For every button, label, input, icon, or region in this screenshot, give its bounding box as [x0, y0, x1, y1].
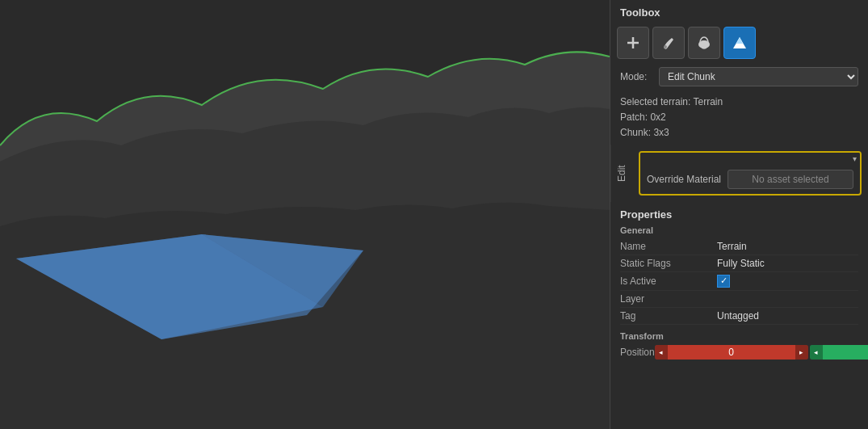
edit-tab-label: Edit [616, 165, 627, 182]
patch-value: 0x2 [650, 111, 665, 123]
is-active-checkbox[interactable]: ✓ [717, 275, 730, 288]
chunk-value: 3x3 [653, 127, 669, 138]
transform-position-inputs: ◂ ▸ ◂ ▸ [655, 345, 868, 360]
mode-label: Mode: [620, 71, 652, 82]
transform-y-icon: ◂ [810, 345, 823, 360]
prop-value-tag: Untagged [717, 310, 858, 322]
override-material-panel: ▾ Override Material No asset selected [639, 151, 862, 196]
transform-x-right-icon: ▸ [795, 345, 808, 360]
override-material-label: Override Material [647, 174, 721, 185]
selected-terrain-row: Selected terrain: Terrain [620, 95, 858, 110]
transform-section: Transform Position ◂ ▸ ◂ ▸ [610, 328, 868, 365]
add-tool-button[interactable] [617, 27, 649, 59]
svg-marker-15 [736, 37, 743, 44]
right-panel: Toolbox [610, 0, 868, 429]
transform-y-input[interactable] [823, 345, 868, 360]
chunk-label: Chunk: [620, 127, 651, 138]
override-material-content: Override Material No asset selected [640, 165, 860, 194]
transform-position-label: Position [620, 347, 655, 358]
patch-label: Patch: [620, 111, 648, 123]
prop-value-name: Terrain [717, 241, 858, 252]
chunk-row: Chunk: 3x3 [620, 125, 858, 141]
smooth-tool-button[interactable] [688, 27, 720, 59]
prop-value-static-flags: Fully Static [717, 258, 858, 269]
prop-label-name: Name [620, 241, 717, 252]
prop-row-tag: Tag Untagged [620, 308, 858, 325]
prop-row-is-active: Is Active ✓ [620, 272, 858, 291]
edit-section: Edit ▾ Override Material No asset select… [610, 145, 868, 202]
prop-label-is-active: Is Active [620, 275, 717, 287]
prop-label-static-flags: Static Flags [620, 258, 717, 269]
transform-x-wrap: ◂ ▸ [655, 345, 808, 360]
mode-select[interactable]: Edit Chunk Edit Patch Edit Terrain [659, 67, 858, 86]
tool-buttons [610, 22, 868, 64]
toolbox-header: Toolbox [610, 0, 868, 22]
prop-row-static-flags: Static Flags Fully Static [620, 255, 858, 272]
transform-title: Transform [620, 331, 858, 341]
override-material-value[interactable]: No asset selected [728, 170, 853, 189]
properties-section: Properties General Name Terrain Static F… [610, 202, 868, 328]
transform-x-icon: ◂ [655, 345, 668, 360]
transform-y-wrap: ◂ ▸ [810, 345, 868, 360]
prop-row-name: Name Terrain [620, 238, 858, 255]
terrain-scene [0, 0, 610, 429]
brush-tool-button[interactable] [652, 27, 685, 59]
selected-terrain-value: Terrain [694, 96, 723, 107]
edit-tab[interactable]: Edit [610, 145, 632, 202]
prop-label-tag: Tag [620, 310, 717, 322]
prop-row-layer: Layer [620, 291, 858, 308]
transform-x-input[interactable] [668, 345, 795, 360]
selected-terrain-label: Selected terrain: [620, 96, 690, 107]
transform-position-row: Position ◂ ▸ ◂ ▸ [620, 343, 858, 362]
override-material-header: ▾ [640, 153, 860, 165]
prop-label-layer: Layer [620, 293, 717, 305]
properties-title: Properties [620, 208, 858, 221]
override-material-chevron-icon: ▾ [853, 154, 857, 163]
mode-row: Mode: Edit Chunk Edit Patch Edit Terrain [610, 64, 868, 90]
patch-row: Patch: 0x2 [620, 110, 858, 125]
viewport: ↺ ↻ ✎ 10 15 1 [0, 0, 610, 429]
svg-point-11 [664, 45, 667, 48]
general-title: General [620, 225, 858, 235]
info-section: Selected terrain: Terrain Patch: 0x2 Chu… [610, 90, 868, 145]
toolbox-title: Toolbox [620, 6, 660, 19]
mountain-tool-button[interactable] [723, 27, 756, 59]
